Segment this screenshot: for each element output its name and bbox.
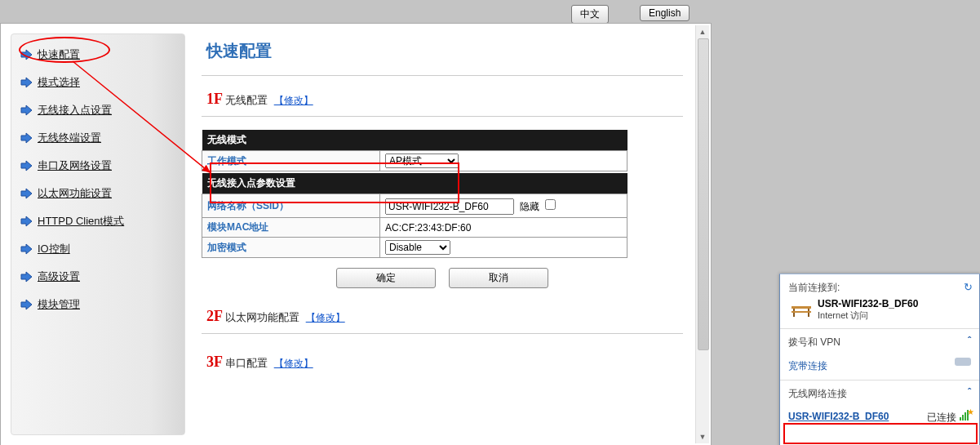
sidebar-item-label: 模式选择 [38,75,80,90]
ap-params-table: 无线接入点参数设置 网络名称（SSID） 隐藏 模块MAC地址 AC:CF:23… [202,173,627,258]
ssid-label: 网络名称（SSID） [202,194,380,218]
scrollbar[interactable]: ▲ ▼ [695,25,709,443]
step-1-modify-link[interactable]: 【修改】 [274,95,313,106]
refresh-icon[interactable]: ↻ [964,281,973,293]
wireless-mode-table: 无线模式 工作模式 AP模式 [202,130,627,171]
work-mode-label: 工作模式 [202,151,380,171]
enc-label: 加密模式 [202,238,380,258]
netpop-title: 当前连接到: ↻ [780,274,979,296]
arrow-right-icon [20,49,33,60]
language-chinese-button[interactable]: 中文 [571,5,609,24]
svg-marker-2 [21,105,32,115]
scroll-down-icon[interactable]: ▼ [696,430,709,443]
work-mode-cell: AP模式 [380,151,627,171]
sidebar: 快速配置 模式选择 无线接入点设置 无线终端设置 串口及网络设置 以太网功能设置… [11,33,185,435]
step-3-number: 3F [206,354,223,370]
ap-params-header: 无线接入点参数设置 [202,173,627,194]
sidebar-item-httpd-client[interactable]: HTTPD Client模式 [11,209,184,237]
arrow-right-icon [20,216,33,227]
sidebar-item-mode-select[interactable]: 模式选择 [11,70,184,98]
current-connection-row[interactable]: USR-WIFI232-B_DF60 Internet 访问 [780,296,979,327]
sidebar-item-label: 串口及网络设置 [38,158,112,173]
sidebar-item-label: 高级设置 [38,269,80,284]
main-panel: 快速配置 模式选择 无线接入点设置 无线终端设置 串口及网络设置 以太网功能设置… [0,23,712,445]
arrow-right-icon [20,243,33,255]
svg-marker-8 [21,272,32,282]
sidebar-item-label: IO控制 [38,242,70,256]
chevron-up-icon: ˆ [968,336,971,347]
network-popup: 当前连接到: ↻ USR-WIFI232-B_DF60 Internet 访问 … [779,274,980,445]
svg-marker-5 [21,189,32,198]
broadband-row[interactable]: 宽带连接 [780,354,979,378]
bench-icon [790,301,813,319]
ssid-hide-label: 隐藏 [520,201,539,212]
signal-bars-icon: ★ [960,409,973,421]
sidebar-item-serial-net[interactable]: 串口及网络设置 [11,154,184,181]
step-2-modify-link[interactable]: 【修改】 [306,312,345,323]
sidebar-item-module-mgmt[interactable]: 模块管理 [11,292,184,320]
content-area: 快速配置 1F 无线配置 【修改】 无线模式 工作模式 AP模式 无线接入点参数… [202,33,683,376]
sidebar-item-ap-settings[interactable]: 无线接入点设置 [11,98,184,126]
arrow-right-icon [20,271,33,283]
svg-marker-1 [21,78,32,87]
wlan-header[interactable]: 无线网络连接 ˆ [780,382,979,406]
wifi-ssid: USR-WIFI232-B_DF60 [788,411,889,422]
arrow-right-icon [20,132,33,144]
mac-value: AC:CF:23:43:DF:60 [380,218,627,238]
arrow-right-icon [20,105,33,116]
modem-icon [955,358,971,366]
ok-button[interactable]: 确定 [336,268,436,288]
sidebar-item-label: 无线终端设置 [38,131,101,145]
sidebar-item-quick-config[interactable]: 快速配置 [11,42,184,70]
current-connection-name: USR-WIFI232-B_DF60 [818,298,918,309]
sidebar-item-label: HTTPD Client模式 [38,214,124,229]
svg-marker-0 [21,50,32,60]
ssid-input[interactable] [385,198,514,215]
step-3-label: 串口配置 [225,357,268,369]
wifi-status: 已连接 [927,411,956,425]
svg-marker-7 [21,244,32,254]
step-2-label: 以太网功能配置 [225,311,299,323]
arrow-right-icon [20,188,33,199]
arrow-right-icon [20,77,33,88]
svg-marker-4 [21,161,32,171]
sidebar-item-io-control[interactable]: IO控制 [11,237,184,265]
svg-marker-6 [21,216,32,226]
step-2-number: 2F [206,308,223,324]
sidebar-item-label: 以太网功能设置 [38,186,112,201]
current-connection-sub: Internet 访问 [818,309,918,322]
step-1-label: 无线配置 [225,94,268,106]
sidebar-item-advanced[interactable]: 高级设置 [11,265,184,292]
svg-marker-9 [21,300,32,309]
encryption-select[interactable]: Disable [385,240,450,255]
scroll-up-icon[interactable]: ▲ [696,25,709,38]
scroll-thumb[interactable] [698,38,709,350]
wireless-mode-header: 无线模式 [202,130,627,151]
arrow-right-icon [20,160,33,171]
step-3-modify-link[interactable]: 【修改】 [274,358,313,369]
sidebar-item-ethernet[interactable]: 以太网功能设置 [11,181,184,209]
svg-rect-14 [792,311,811,313]
cancel-button[interactable]: 取消 [449,268,548,288]
enc-cell: Disable [380,238,627,258]
language-english-button[interactable]: English [640,5,690,21]
ssid-cell: 隐藏 [380,194,627,218]
step-1-number: 1F [206,91,223,107]
chevron-up-icon: ˆ [968,387,971,398]
svg-marker-3 [21,133,32,143]
page-title: 快速配置 [202,33,683,76]
wifi-connection-row[interactable]: USR-WIFI232-B_DF60 已连接 ★ [780,406,979,427]
work-mode-select[interactable]: AP模式 [385,154,459,168]
sidebar-item-label: 无线接入点设置 [38,103,112,118]
mac-label: 模块MAC地址 [202,218,380,238]
arrow-right-icon [20,299,33,310]
dial-vpn-header[interactable]: 拨号和 VPN ˆ [780,331,979,354]
svg-rect-11 [792,306,811,309]
sidebar-item-label: 快速配置 [38,47,80,62]
sidebar-item-sta-settings[interactable]: 无线终端设置 [11,126,184,154]
ssid-hide-checkbox[interactable] [545,199,556,210]
sidebar-item-label: 模块管理 [38,297,80,312]
